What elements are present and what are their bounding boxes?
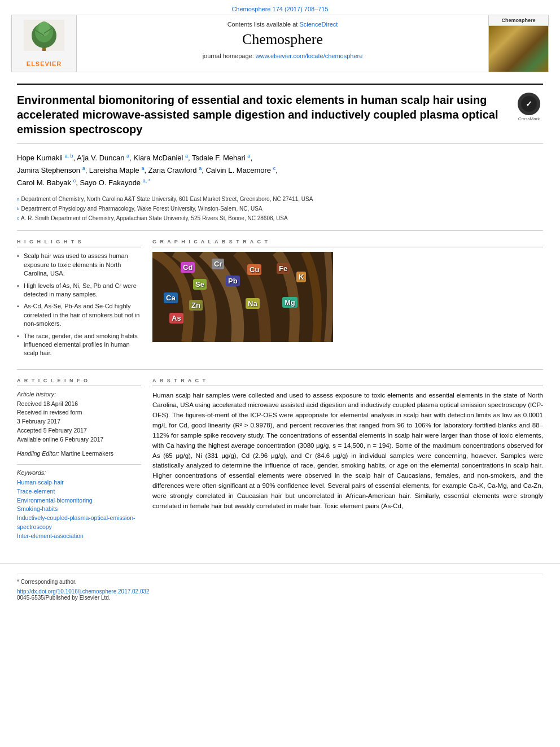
sup-d: a <box>247 153 250 159</box>
issn-text: 0045-6535/Published by Elsevier Ltd. <box>17 595 543 601</box>
sup-f: a <box>141 165 144 171</box>
journal-cover-section: Chemosphere <box>489 15 548 72</box>
elsevier-brand-text: ELSEVIER <box>24 60 64 67</box>
elsevier-logo-section: ELSEVIER <box>12 15 77 72</box>
keywords-list: Human-scalp-hair Trace-element Environme… <box>17 478 141 540</box>
keyword-6: Inter-element-association <box>17 532 141 541</box>
homepage-label: journal homepage: <box>203 53 254 59</box>
element-mg: Mg <box>282 297 298 308</box>
homepage-link[interactable]: www.elsevier.com/locate/chemosphere <box>256 53 363 59</box>
highlights-heading: H I G H L I G H T S <box>17 239 141 247</box>
article-history-items: Received 18 April 2016 Received in revis… <box>17 400 141 444</box>
abstract-heading: A B S T R A C T <box>152 378 543 386</box>
article-info-heading: A R T I C L E I N F O <box>17 378 141 386</box>
element-na: Na <box>246 298 260 309</box>
affil-text-a: Department of Chemistry, North Carolina … <box>21 195 313 203</box>
journal-homepage: journal homepage: www.elsevier.com/locat… <box>88 53 477 59</box>
journal-cover-image <box>489 26 548 72</box>
journal-title: Chemosphere <box>88 31 477 48</box>
sup-g: a <box>199 165 202 171</box>
graphical-abstract-column: G R A P H I C A L A B S T R A C T <box>152 239 543 361</box>
sup-c: a <box>185 153 188 159</box>
article-title: Environmental biomonitoring of essential… <box>17 93 515 137</box>
sup-e: a <box>82 165 85 171</box>
accepted-date: Accepted 5 February 2017 <box>17 426 141 435</box>
journal-cover-label: Chemosphere <box>489 15 548 26</box>
received-date: Received 18 April 2016 <box>17 400 141 409</box>
highlight-item-2: High levels of As, Ni, Se, Pb and Cr wer… <box>17 282 141 299</box>
keyword-2: Trace-element <box>17 487 141 496</box>
article-info-column: A R T I C L E I N F O Article history: R… <box>17 378 141 541</box>
keyword-5: Inductively-coupled-plasma-optical-emiss… <box>17 514 141 532</box>
handling-editor-section: Handling Editor: Martine Leermakers <box>17 449 141 458</box>
crossmark-section: ✓ CrossMark <box>515 93 543 121</box>
affil-b: b Department of Physiology and Pharmacol… <box>17 204 543 213</box>
highlights-graphical-row: H I G H L I G H T S Scalp hair was used … <box>17 230 543 361</box>
affil-c: c A. R. Smith Department of Chemistry, A… <box>17 214 543 222</box>
keyword-3: Environmental-biomonitoring <box>17 496 141 505</box>
authors-section: Hope Kumakli a, b, A'ja V. Duncan a, Kia… <box>17 152 543 189</box>
element-se: Se <box>193 279 207 290</box>
highlights-list: Scalp hair was used to assess human expo… <box>17 252 141 357</box>
article-body: Environmental biomonitoring of essential… <box>0 72 560 552</box>
graphical-abstract-image: Cd Cr Cu Fe K Se Pb Ca Zn Na Mg As <box>152 252 333 342</box>
corresponding-note: * Corresponding author. <box>17 579 543 585</box>
affil-sup-a: a <box>17 196 19 203</box>
highlight-item-1: Scalp hair was used to assess human expo… <box>17 252 141 278</box>
affil-sup-c: c <box>17 215 19 222</box>
element-cu: Cu <box>247 264 261 275</box>
article-history-label: Article history: <box>17 391 141 397</box>
crossmark-label: CrossMark <box>515 116 543 121</box>
elsevier-tree-icon <box>24 20 64 58</box>
contents-text: Contents lists available at <box>228 21 298 28</box>
page: Chemosphere 174 (2017) 708–715 ELSEVIER <box>0 0 560 747</box>
sup-i: c <box>73 178 76 184</box>
abstract-column: A B S T R A C T Human scalp hair samples… <box>152 378 543 541</box>
element-pb: Pb <box>226 276 240 286</box>
element-cd: Cd <box>181 262 195 273</box>
keyword-4: Smoking-habits <box>17 505 141 514</box>
element-zn: Zn <box>189 300 203 311</box>
available-date: Available online 6 February 2017 <box>17 435 141 444</box>
svg-text:✓: ✓ <box>526 99 532 108</box>
elsevier-logo: ELSEVIER <box>24 20 64 67</box>
keywords-section: Keywords: Human-scalp-hair Trace-element… <box>17 469 141 540</box>
sup-b: a <box>126 153 129 159</box>
element-fe: Fe <box>277 263 290 274</box>
journal-reference: Chemosphere 174 (2017) 708–715 <box>0 0 560 15</box>
keyword-1: Human-scalp-hair <box>17 478 141 487</box>
footer: * Corresponding author. http://dx.doi.or… <box>0 563 560 606</box>
element-cr: Cr <box>212 259 224 269</box>
affiliations-section: a Department of Chemistry, North Carolin… <box>17 195 543 222</box>
element-k: K <box>296 272 306 282</box>
doi-link[interactable]: http://dx.doi.org/10.1016/j.chemosphere.… <box>17 588 543 595</box>
highlights-column: H I G H L I G H T S Scalp hair was used … <box>17 239 141 361</box>
title-section: Environmental biomonitoring of essential… <box>17 84 543 144</box>
crossmark-icon: ✓ <box>518 93 540 115</box>
highlight-item-4: The race, gender, die and smoking habits… <box>17 332 141 358</box>
sup-a: a, b <box>65 153 73 159</box>
affil-text-b: Department of Physiology and Pharmacolog… <box>21 204 262 213</box>
revised-date: 3 February 2017 <box>17 417 141 426</box>
element-ca: Ca <box>164 292 178 303</box>
abstract-text: Human scalp hair samples were collected … <box>152 391 543 512</box>
highlight-item-3: As-Cd, As-Se, Pb-As and Se-Cd highly cor… <box>17 302 141 328</box>
sup-h: c <box>273 165 276 171</box>
element-as: As <box>169 313 183 324</box>
svg-point-4 <box>38 21 50 36</box>
crossmark-svg: ✓ <box>520 95 537 112</box>
sup-j: a, * <box>143 178 151 184</box>
affil-text-c: A. R. Smith Department of Chemistry, App… <box>21 214 288 222</box>
journal-header: ELSEVIER Contents lists available at Sci… <box>11 15 549 72</box>
info-abstract-row: A R T I C L E I N F O Article history: R… <box>17 369 543 541</box>
handling-editor-name: Martine Leermakers <box>61 450 113 457</box>
graphical-abstract-svg <box>152 252 333 342</box>
keywords-label: Keywords: <box>17 469 141 476</box>
sciencedirect-link[interactable]: ScienceDirect <box>299 21 338 28</box>
received-revised-label: Received in revised form <box>17 408 141 417</box>
journal-title-section: Contents lists available at ScienceDirec… <box>77 15 489 72</box>
handling-label: Handling Editor: <box>17 450 59 457</box>
contents-link: Contents lists available at ScienceDirec… <box>88 21 477 28</box>
graphical-abstract-heading: G R A P H I C A L A B S T R A C T <box>152 239 543 247</box>
affil-a: a Department of Chemistry, North Carolin… <box>17 195 543 203</box>
